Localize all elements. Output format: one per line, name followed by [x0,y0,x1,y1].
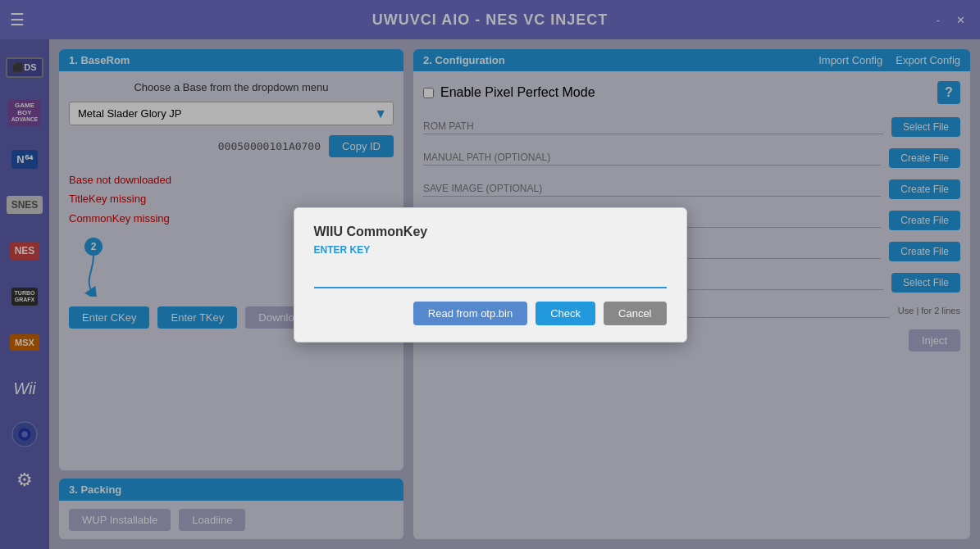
check-button[interactable]: Check [536,302,595,325]
read-from-otp-button[interactable]: Read from otp.bin [413,302,527,325]
modal-title: WIIU CommonKey [314,225,667,239]
modal-buttons: Read from otp.bin Check Cancel [314,302,667,325]
common-key-modal: WIIU CommonKey ENTER KEY Read from otp.b… [294,207,687,343]
modal-overlay: WIIU CommonKey ENTER KEY Read from otp.b… [0,0,980,549]
modal-subtitle: ENTER KEY [314,244,667,256]
modal-key-input[interactable] [314,264,667,288]
cancel-button[interactable]: Cancel [604,302,666,325]
